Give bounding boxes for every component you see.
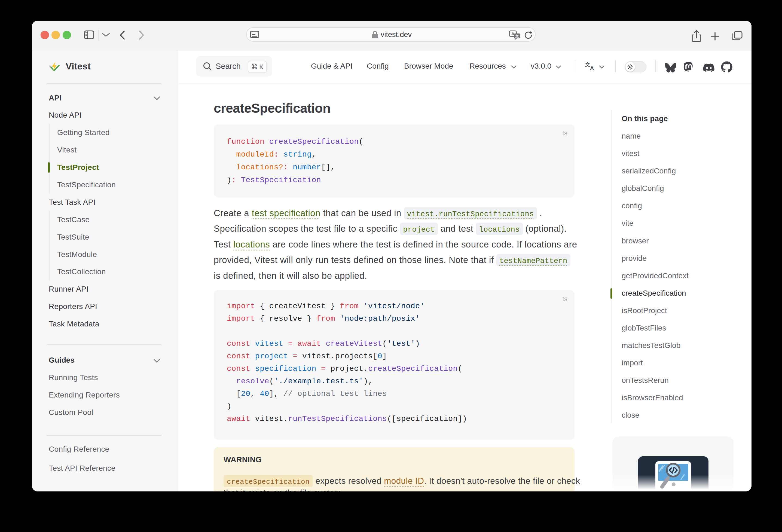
svg-text:文: 文 — [515, 34, 519, 38]
svg-text:A: A — [590, 65, 594, 71]
svg-text:文: 文 — [585, 62, 590, 67]
